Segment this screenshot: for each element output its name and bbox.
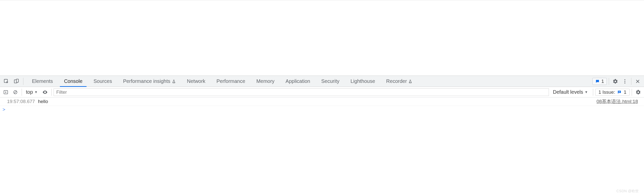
chevron-down-icon: ▼ — [34, 90, 38, 94]
settings-gear-icon[interactable] — [611, 77, 620, 86]
chat-icon — [617, 90, 622, 94]
tab-label: Performance insights — [123, 78, 170, 84]
filter-input[interactable] — [54, 88, 549, 96]
console-prompt[interactable]: > — [0, 106, 644, 114]
log-timestamp: 19:57:08.677 — [7, 99, 35, 104]
tab-performance-insights[interactable]: Performance insights — [117, 76, 181, 87]
svg-point-5 — [624, 79, 625, 80]
kebab-menu-icon[interactable] — [621, 77, 629, 86]
log-levels-selector[interactable]: Default levels ▼ — [550, 89, 591, 95]
tab-label: Lighthouse — [350, 78, 375, 84]
page-viewport-blank — [0, 0, 644, 76]
tab-label: Console — [64, 78, 82, 84]
svg-rect-3 — [597, 81, 598, 81]
console-toolbar: top ▼ Default levels ▼ 1 Issue: 1 — [0, 87, 644, 98]
tab-network[interactable]: Network — [181, 76, 211, 87]
tab-lighthouse[interactable]: Lighthouse — [345, 76, 381, 87]
flask-icon — [172, 79, 176, 83]
inspect-element-icon[interactable] — [2, 77, 11, 86]
console-settings-gear-icon[interactable] — [634, 88, 642, 96]
close-icon[interactable] — [633, 77, 642, 86]
tab-recorder[interactable]: Recorder — [381, 76, 418, 87]
tab-memory[interactable]: Memory — [251, 76, 280, 87]
levels-label: Default levels — [553, 89, 583, 95]
separator — [632, 89, 632, 96]
tab-label: Sources — [94, 78, 112, 84]
tab-application[interactable]: Application — [280, 76, 316, 87]
separator — [593, 89, 593, 96]
chevron-down-icon: ▼ — [585, 90, 588, 94]
tab-list: Elements Console Sources Performance ins… — [26, 76, 418, 87]
chat-icon — [595, 79, 600, 84]
tab-label: Memory — [256, 78, 274, 84]
separator — [609, 78, 609, 85]
svg-rect-4 — [597, 81, 598, 81]
issues-count: 1 — [624, 89, 626, 95]
toggle-sidebar-icon[interactable] — [2, 88, 10, 96]
tab-label: Performance — [216, 78, 245, 84]
tab-console[interactable]: Console — [58, 76, 88, 87]
tab-performance[interactable]: Performance — [211, 76, 251, 87]
issues-badge[interactable]: 1 — [592, 78, 607, 85]
svg-rect-12 — [619, 92, 620, 92]
issues-pill[interactable]: 1 Issue: 1 — [595, 89, 630, 96]
tab-elements[interactable]: Elements — [26, 76, 58, 87]
svg-point-6 — [624, 81, 625, 82]
context-selector[interactable]: top ▼ — [24, 89, 40, 95]
issues-label: 1 Issue: — [598, 89, 615, 95]
tab-label: Elements — [32, 78, 53, 84]
tab-label: Network — [187, 78, 205, 84]
log-row[interactable]: 19:57:08.677 hello 08基本语法.html:18 — [0, 98, 644, 106]
tab-label: Application — [286, 78, 310, 84]
svg-rect-11 — [619, 91, 620, 92]
svg-point-7 — [624, 82, 625, 83]
separator — [23, 78, 23, 85]
console-log-area: 19:57:08.677 hello 08基本语法.html:18 > — [0, 98, 644, 114]
devtools-tab-bar: Elements Console Sources Performance ins… — [0, 76, 644, 87]
clear-console-icon[interactable] — [11, 88, 20, 96]
log-source-link[interactable]: 08基本语法.html:18 — [596, 98, 638, 105]
device-toolbar-icon[interactable] — [12, 77, 21, 86]
separator — [631, 78, 631, 85]
live-expression-eye-icon[interactable] — [41, 88, 49, 96]
tab-label: Security — [321, 78, 339, 84]
svg-point-10 — [45, 92, 46, 93]
issues-badge-count: 1 — [601, 79, 604, 84]
log-message: hello — [38, 99, 48, 104]
flask-icon — [408, 79, 412, 83]
watermark-text: CSDN @欧世 — [616, 189, 639, 193]
tab-security[interactable]: Security — [316, 76, 345, 87]
tab-sources[interactable]: Sources — [88, 76, 117, 87]
svg-rect-2 — [16, 79, 18, 82]
tab-left-icon-group — [0, 76, 26, 87]
separator — [51, 89, 52, 96]
tab-right-group: 1 — [590, 76, 644, 87]
separator — [22, 89, 22, 96]
context-label: top — [26, 89, 33, 95]
prompt-caret: > — [3, 107, 5, 112]
tab-label: Recorder — [386, 78, 407, 84]
